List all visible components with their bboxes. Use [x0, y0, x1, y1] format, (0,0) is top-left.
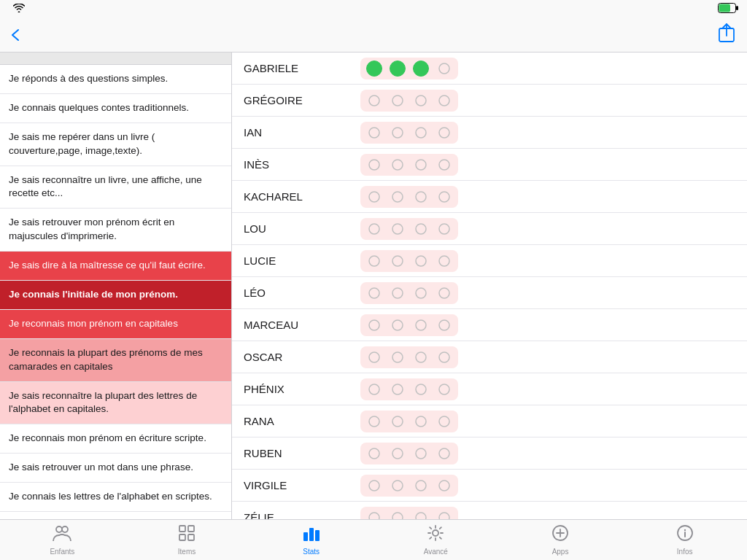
rating-circle[interactable] — [390, 478, 406, 494]
rating-circle[interactable] — [436, 413, 452, 429]
rating-circle[interactable] — [390, 317, 406, 333]
rating-circle[interactable] — [436, 125, 452, 141]
svg-point-49 — [369, 448, 379, 459]
svg-point-61 — [56, 526, 62, 532]
item-row[interactable]: Je sais reconnaître un livre, une affich… — [0, 166, 231, 209]
rating-circle[interactable] — [390, 381, 406, 397]
rating-circle[interactable] — [366, 93, 382, 109]
rating-circle[interactable] — [436, 61, 452, 77]
rating-circle[interactable] — [413, 61, 429, 77]
svg-point-26 — [392, 256, 403, 266]
rating-circles — [360, 314, 458, 336]
item-row[interactable]: Je sais dire à la maîtresse ce qu'il fau… — [0, 252, 231, 281]
item-row[interactable]: Je connais l'initiale de mon prénom. — [0, 281, 231, 310]
rating-circle[interactable] — [366, 189, 382, 205]
back-button[interactable] — [12, 29, 22, 41]
svg-point-5 — [369, 96, 379, 106]
rating-circle[interactable] — [366, 125, 382, 141]
item-row[interactable]: Je reconnais la plupart des prénoms de m… — [0, 339, 231, 382]
item-row[interactable]: Je reconnais mon prénom en écriture scri… — [0, 424, 231, 454]
rating-circle[interactable] — [390, 253, 406, 269]
item-row[interactable]: Je sais reconnaître la plupart des lettr… — [0, 382, 231, 425]
share-button[interactable] — [718, 23, 735, 47]
rating-circle[interactable] — [413, 510, 429, 520]
rating-circle[interactable] — [413, 157, 429, 173]
rating-circle[interactable] — [436, 285, 452, 301]
rating-circle[interactable] — [413, 381, 429, 397]
rating-circle[interactable] — [436, 253, 452, 269]
rating-circle[interactable] — [366, 61, 382, 77]
rating-circle[interactable] — [366, 317, 382, 333]
rating-circle[interactable] — [390, 510, 406, 520]
rating-circle[interactable] — [366, 221, 382, 237]
tab-stats[interactable]: Stats — [249, 520, 374, 560]
rating-circle[interactable] — [436, 446, 452, 462]
rating-circle[interactable] — [390, 285, 406, 301]
rating-circle[interactable] — [390, 157, 406, 173]
item-row[interactable]: Je connais les lettres de l'alphabet en … — [0, 512, 231, 519]
rating-circle[interactable] — [436, 478, 452, 494]
rating-circles — [360, 58, 458, 79]
rating-circle[interactable] — [436, 510, 452, 520]
item-row[interactable]: Je sais me repérer dans un livre ( couve… — [0, 123, 231, 166]
rating-circle[interactable] — [413, 253, 429, 269]
rating-circle[interactable] — [366, 478, 382, 494]
rating-circle[interactable] — [413, 446, 429, 462]
rating-circle[interactable] — [366, 413, 382, 429]
student-row: KACHAREL — [232, 181, 747, 213]
rating-circle[interactable] — [413, 317, 429, 333]
rating-circle[interactable] — [390, 93, 406, 109]
rating-circle[interactable] — [390, 125, 406, 141]
tab-infos[interactable]: Infos — [622, 520, 747, 560]
student-row: MARCEAU — [232, 309, 747, 341]
item-row[interactable]: Je reconnais mon prénom en capitales — [0, 310, 231, 339]
svg-point-14 — [392, 160, 403, 170]
rating-circle[interactable] — [436, 157, 452, 173]
item-row[interactable]: Je connais quelques contes traditionnels… — [0, 94, 231, 123]
rating-circle[interactable] — [366, 349, 382, 365]
rating-circles — [360, 378, 458, 400]
rating-circle[interactable] — [366, 510, 382, 520]
rating-circle[interactable] — [390, 446, 406, 462]
rating-circle[interactable] — [390, 189, 406, 205]
tab-items[interactable]: Items — [125, 520, 249, 560]
rating-circle[interactable] — [413, 478, 429, 494]
rating-circles — [360, 90, 458, 112]
item-row[interactable]: Je réponds à des questions simples. — [0, 65, 231, 94]
enfants-tab-icon — [53, 525, 71, 545]
rating-circle[interactable] — [436, 317, 452, 333]
item-row[interactable]: Je connais les lettres de l'alphabet en … — [0, 483, 231, 512]
rating-circle[interactable] — [413, 349, 429, 365]
rating-circle[interactable] — [436, 221, 452, 237]
rating-circle[interactable] — [413, 125, 429, 141]
rating-circle[interactable] — [366, 381, 382, 397]
rating-circle[interactable] — [413, 285, 429, 301]
svg-point-47 — [416, 416, 426, 427]
rating-circle[interactable] — [436, 349, 452, 365]
rating-circle[interactable] — [366, 446, 382, 462]
rating-circle[interactable] — [390, 413, 406, 429]
student-row: INÈS — [232, 149, 747, 181]
left-panel: Je réponds à des questions simples.Je co… — [0, 52, 232, 519]
tab-apps[interactable]: Apps — [498, 520, 623, 560]
rating-circle[interactable] — [390, 349, 406, 365]
rating-circle[interactable] — [436, 93, 452, 109]
rating-circle[interactable] — [390, 61, 406, 77]
svg-point-43 — [416, 384, 426, 394]
tab-enfants[interactable]: Enfants — [0, 520, 125, 560]
rating-circle[interactable] — [413, 221, 429, 237]
rating-circle[interactable] — [413, 413, 429, 429]
svg-point-25 — [369, 256, 379, 266]
rating-circle[interactable] — [436, 189, 452, 205]
svg-point-46 — [392, 416, 403, 427]
rating-circle[interactable] — [436, 381, 452, 397]
item-row[interactable]: Je sais retrouver un mot dans une phrase… — [0, 454, 231, 483]
rating-circle[interactable] — [366, 253, 382, 269]
rating-circle[interactable] — [413, 189, 429, 205]
rating-circle[interactable] — [390, 221, 406, 237]
tab-avancé[interactable]: Avancé — [374, 520, 498, 560]
rating-circle[interactable] — [366, 157, 382, 173]
item-row[interactable]: Je sais retrouver mon prénom écrit en ma… — [0, 209, 231, 252]
rating-circle[interactable] — [366, 285, 382, 301]
rating-circle[interactable] — [413, 93, 429, 109]
